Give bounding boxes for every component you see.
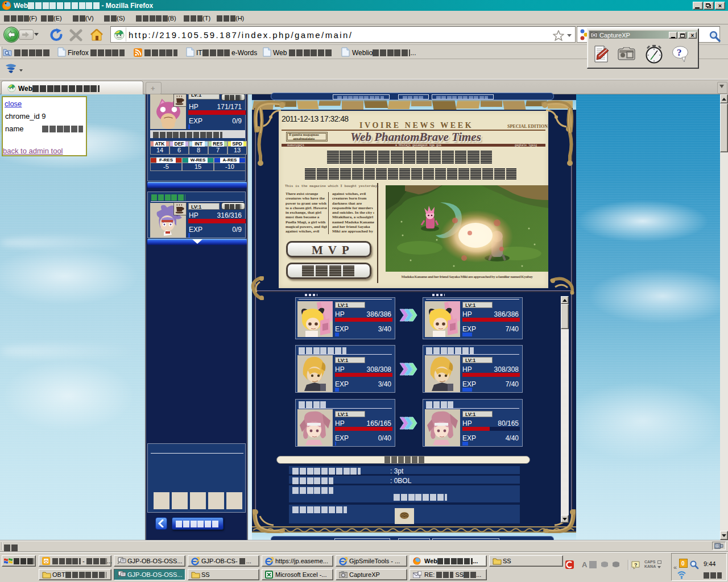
svg-text:?: ? (634, 562, 638, 568)
svg-text:G: G (715, 544, 718, 548)
svg-text:O: O (44, 559, 48, 564)
svg-text:?: ? (677, 47, 682, 58)
